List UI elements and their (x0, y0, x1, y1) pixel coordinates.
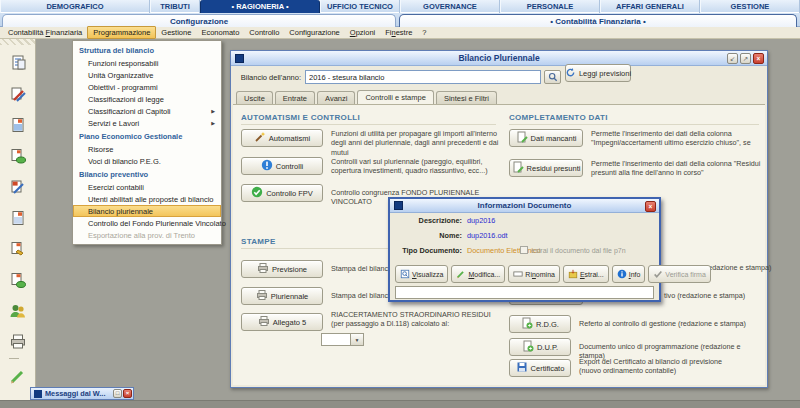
document-check-icon[interactable] (7, 269, 28, 290)
dialog-button-label: Verifica firma (665, 271, 705, 278)
dialog-status-strip (395, 286, 654, 299)
extract-p7m-label: estrai il documento dal file p7n (531, 247, 626, 254)
controllo-fpv-button[interactable]: Controllo FPV (241, 184, 323, 202)
pluriennale-button[interactable]: Pluriennale (241, 287, 323, 305)
menu-item-obiettivi---programmi[interactable]: Obiettivi - programmi (73, 81, 221, 93)
window-tabs: UsciteEntrateAvanziControlli e stampeSin… (236, 91, 497, 104)
users-icon[interactable] (7, 300, 28, 321)
document-list-icon[interactable] (7, 52, 28, 73)
ribbon-tab-governance[interactable]: GOVERNANCE (400, 0, 500, 13)
dati-mancanti-button[interactable]: Dati mancanti (509, 129, 583, 147)
menu-item-unit--organizzative[interactable]: Unità Organizzative (73, 69, 221, 81)
tab-entrate[interactable]: Entrate (275, 91, 315, 104)
dropdown-item-label: Unità Organizzative (88, 71, 215, 80)
signature-check-icon (653, 269, 663, 280)
dropdown-item-label: Esportazione alla prov. di Trento (88, 231, 215, 240)
document-edit-icon[interactable] (7, 83, 28, 104)
tab-controlli-e-stampe[interactable]: Controlli e stampe (357, 90, 433, 104)
mdi-desktop: Struttura del bilancioFunzioni responsab… (0, 39, 800, 408)
dialog-field-value: dup2016.odt (467, 231, 508, 240)
minimized-window-messaggi[interactable]: Messaggi dal W... □ × (30, 387, 134, 400)
certificato-button[interactable]: Certificato (509, 359, 571, 377)
ribbon-tab---ragioneria--[interactable]: • RAGIONERIA • (200, 0, 320, 13)
page-edit-icon (516, 131, 528, 145)
window-titlebar[interactable]: Bilancio Pluriennale ↙ ↗ × (231, 51, 767, 66)
menu-item-risorse[interactable]: Risorse (73, 143, 221, 155)
dropdown-item-label: Controllo del Fondo Pluriennale Vincolat… (88, 219, 226, 228)
extract-p7m-checkbox[interactable]: estrai il documento dal file p7n (520, 246, 626, 254)
year-input[interactable] (305, 70, 541, 84)
previsione-button[interactable]: Previsione (241, 260, 323, 278)
minimize-icon[interactable]: ↙ (727, 53, 738, 64)
printer-icon[interactable] (7, 331, 28, 352)
document-icon[interactable] (7, 114, 28, 135)
menu-item-programmazione[interactable]: Programmazione (87, 26, 156, 39)
tab-uscite[interactable]: Uscite (236, 91, 273, 104)
menu-item-voci-di-bilancio-p-e-g-[interactable]: Voci di bilancio P.E.G. (73, 155, 221, 167)
rinomina-button[interactable]: Rinomina (508, 265, 560, 283)
menu-item-?[interactable]: ? (417, 27, 431, 38)
maximize-icon[interactable]: ↗ (740, 53, 751, 64)
r-d-g--button[interactable]: R.D.G. (509, 315, 571, 333)
info-button[interactable]: Info (612, 265, 646, 283)
menu-item-gestione[interactable]: Gestione (156, 27, 196, 38)
ribbon-tab-demografico[interactable]: DEMOGRAFICO (0, 0, 150, 13)
ribbon-tab-ufficio-tecnico[interactable]: UFFICIO TECNICO (320, 0, 400, 13)
tab-configurazione[interactable]: Configurazione (2, 14, 396, 27)
ribbon-tab-tributi[interactable]: TRIBUTI (150, 0, 200, 13)
allegato-5-button[interactable]: Allegato 5 (241, 313, 323, 331)
menu-item-classificazioni-di-capitoli[interactable]: Classificazioni di Capitoli▶ (73, 105, 221, 117)
menu-item-configurazione[interactable]: Configurazione (284, 27, 344, 38)
page-edit-icon (512, 161, 524, 175)
pencil-icon[interactable] (7, 365, 28, 386)
restore-icon[interactable]: □ (113, 389, 122, 398)
menu-item-opzioni[interactable]: Opzioni (345, 27, 380, 38)
combo-input[interactable] (321, 333, 351, 346)
ribbon-tab-gestione[interactable]: GESTIONE (700, 0, 800, 13)
menu-item-controllo-del-fondo-pluriennale-vincolato[interactable]: Controllo del Fondo Pluriennale Vincolat… (73, 217, 221, 229)
document-tools-icon[interactable] (7, 176, 28, 197)
informazioni-documento-dialog: Informazioni Documento × Descrizione:dup… (388, 197, 661, 302)
automatismi-button[interactable]: Automatismi (241, 129, 323, 147)
menu-item-esercizi-contabili[interactable]: Esercizi contabili (73, 181, 221, 193)
visualizza-button[interactable]: Visualizza (395, 265, 448, 283)
menu-item-economato[interactable]: Economato (196, 27, 244, 38)
allegato5-date-combo: ▼ (321, 333, 364, 346)
estrai--button[interactable]: Estrai... (563, 265, 609, 283)
chevron-down-icon[interactable]: ▼ (351, 333, 364, 346)
modifica--button[interactable]: Modifica... (451, 265, 505, 283)
extract-icon (568, 269, 578, 280)
year-field-label: Bilancio dell'anno: (239, 73, 301, 82)
document-copy-icon[interactable] (7, 145, 28, 166)
tab-contabilita-finanziaria[interactable]: • Contabilità Finanziaria • (399, 14, 797, 27)
dialog-close-icon[interactable]: × (645, 201, 656, 212)
close-icon[interactable]: × (753, 53, 764, 64)
menu-item-contabilit--finanziaria[interactable]: Contabilità Finanziaria (3, 27, 87, 38)
tab-avanzi[interactable]: Avanzi (317, 91, 355, 104)
button-label: Allegato 5 (273, 318, 306, 327)
info-icon (617, 269, 627, 280)
menu-item-bilancio-pluriennale[interactable]: Bilancio pluriennale (73, 205, 221, 217)
tab-sintesi-e-filtri[interactable]: Sintesi e Filtri (436, 91, 497, 104)
document-blank-icon[interactable] (7, 207, 28, 228)
menu-item-funzioni-responsabili[interactable]: Funzioni responsabili (73, 57, 221, 69)
section-header: AUTOMATISMI E CONTROLLI (241, 113, 496, 125)
taskbar-close-icon[interactable]: × (123, 389, 132, 398)
refresh-icon (565, 67, 576, 80)
residui-presunti-button[interactable]: Residui presunti (509, 159, 583, 177)
d-u-p--button[interactable]: D.U.P. (509, 338, 571, 356)
dialog-titlebar[interactable]: Informazioni Documento × (390, 199, 659, 213)
dropdown-section-header: Struttura del bilancio (73, 43, 221, 57)
search-icon[interactable] (544, 70, 561, 84)
ribbon-tab-personale[interactable]: PERSONALE (500, 0, 600, 13)
menu-item-finestre[interactable]: Finestre (380, 27, 417, 38)
dialog-button-label: Info (629, 271, 641, 278)
controlli-button[interactable]: Controlli (241, 157, 323, 175)
menu-item-utenti-abilitati-alle-proposte-di-bilancio[interactable]: Utenti abilitati alle proposte di bilanc… (73, 193, 221, 205)
document-stamp-icon[interactable] (7, 238, 28, 259)
leggi-previsioni-button[interactable]: Leggi previsioni (565, 64, 631, 82)
menu-item-servizi-e-lavori[interactable]: Servizi e Lavori▶ (73, 117, 221, 129)
menu-item-classificazioni-di-legge[interactable]: Classificazioni di legge (73, 93, 221, 105)
ribbon-tab-affari-generali[interactable]: AFFARI GENERALI (600, 0, 700, 13)
menu-item-controllo[interactable]: Controllo (244, 27, 284, 38)
